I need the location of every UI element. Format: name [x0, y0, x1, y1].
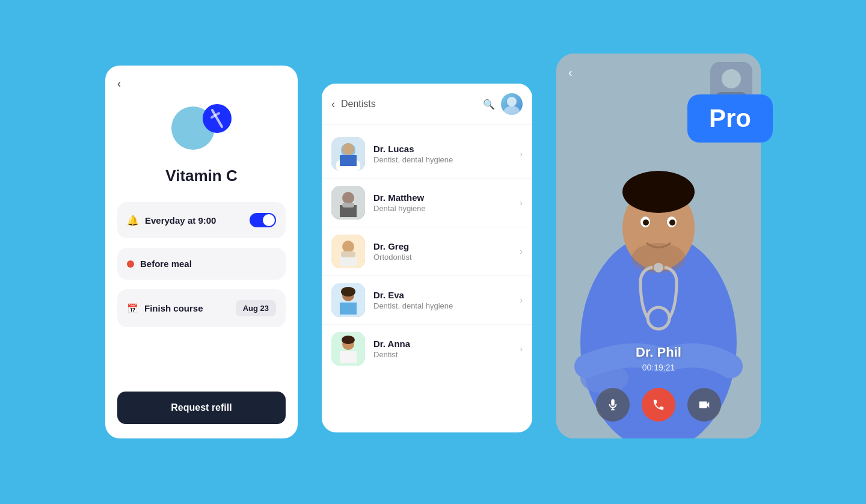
svg-point-18 — [341, 287, 355, 297]
toggle-knob — [263, 214, 275, 226]
list-item[interactable]: Dr. Anna Dentist › — [322, 325, 532, 373]
vitamin-icon — [171, 104, 232, 152]
svg-rect-10 — [342, 203, 354, 207]
doctor-specialty: Dental hygiene — [373, 204, 511, 213]
chevron-right-icon: › — [520, 295, 523, 305]
meal-row: Before meal — [117, 250, 286, 277]
doctor-specialty: Dentist, dental hygiene — [373, 155, 511, 164]
list-item[interactable]: Dr. Greg Ortodontist › — [322, 227, 532, 276]
list-item[interactable]: Dr. Matthew Dental hygiene › — [322, 179, 532, 227]
meal-label: Before meal — [140, 259, 192, 269]
svg-point-22 — [342, 336, 355, 344]
svg-point-1 — [504, 106, 520, 115]
reminder-row-left: 🔔 Everyday at 9:00 — [127, 215, 216, 226]
course-date-badge: Aug 23 — [236, 300, 276, 316]
eva-avatar-svg — [331, 283, 365, 317]
pill-capsule — [203, 104, 232, 133]
svg-point-27 — [622, 171, 695, 213]
doctor-avatar — [331, 186, 365, 220]
mute-button[interactable] — [596, 388, 630, 422]
course-label: Finish course — [144, 303, 203, 313]
reminder-label: Everyday at 9:00 — [145, 215, 216, 226]
svg-rect-14 — [341, 251, 355, 257]
vitamin-back-button[interactable]: ‹ — [117, 78, 121, 90]
reminder-section: 🔔 Everyday at 9:00 — [117, 202, 286, 238]
matthew-avatar-svg — [331, 186, 365, 220]
reminder-toggle[interactable] — [250, 213, 276, 227]
svg-point-5 — [342, 143, 354, 155]
svg-point-8 — [342, 192, 354, 204]
doctor-name: Dr. Anna — [373, 339, 511, 349]
video-button[interactable] — [687, 388, 721, 422]
course-row: 📅 Finish course Aug 23 — [117, 292, 286, 325]
svg-point-0 — [507, 97, 517, 106]
dentist-list: Dr. Lucas Dentist, dental hygiene › Dr. … — [322, 125, 532, 432]
call-card-wrapper: ‹ Dr. Phil 00:19:21 — [556, 66, 761, 438]
svg-point-12 — [342, 241, 354, 253]
svg-point-31 — [643, 220, 649, 226]
svg-point-32 — [669, 220, 675, 226]
svg-rect-21 — [340, 351, 357, 363]
microphone-icon — [606, 398, 619, 411]
call-controls — [556, 388, 761, 422]
call-timer: 00:19:21 — [556, 363, 761, 372]
call-doctor-name: Dr. Phil — [556, 345, 761, 360]
doctor-name: Dr. Eva — [373, 290, 511, 300]
chevron-right-icon: › — [520, 149, 523, 159]
dentists-back-button[interactable]: ‹ — [331, 98, 335, 111]
avatar-svg — [501, 93, 523, 115]
doctor-info: Dr. Eva Dentist, dental hygiene — [373, 290, 511, 310]
doctor-name: Dr. Greg — [373, 241, 511, 251]
svg-point-34 — [654, 263, 663, 272]
svg-rect-17 — [340, 303, 357, 315]
chevron-right-icon: › — [520, 344, 523, 354]
call-back-button[interactable]: ‹ — [568, 66, 573, 79]
doctor-info: Dr. Anna Dentist — [373, 339, 511, 359]
doctor-avatar — [331, 332, 365, 366]
dentists-header: ‹ Dentists 🔍 — [322, 84, 532, 125]
refill-button[interactable]: Request refill — [117, 392, 286, 424]
red-dot-icon — [127, 260, 134, 268]
doctor-specialty: Dentist, dental hygiene — [373, 301, 511, 310]
meal-row-left: Before meal — [127, 259, 192, 269]
doctor-name: Dr. Lucas — [373, 144, 511, 154]
doctor-info: Dr. Greg Ortodontist — [373, 241, 511, 262]
anna-avatar-svg — [331, 332, 365, 366]
list-item[interactable]: Dr. Eva Dentist, dental hygiene › — [322, 276, 532, 325]
end-call-button[interactable] — [642, 388, 675, 422]
bell-icon: 🔔 — [127, 215, 139, 226]
greg-avatar-svg — [331, 235, 365, 268]
lucas-avatar-svg — [331, 137, 365, 171]
vitamin-card: ‹ Vitamin C 🔔 Everyday at 9:00 Before me… — [105, 66, 298, 438]
dentists-card: ‹ Dentists 🔍 Dr. Lucas Den — [322, 84, 532, 432]
phone-icon — [652, 398, 665, 411]
doctor-info: Dr. Matthew Dental hygiene — [373, 192, 511, 213]
list-item[interactable]: Dr. Lucas Dentist, dental hygiene › — [322, 130, 532, 179]
vitamin-title: Vitamin C — [165, 167, 237, 185]
course-section: 📅 Finish course Aug 23 — [117, 289, 286, 327]
reminder-row[interactable]: 🔔 Everyday at 9:00 — [117, 204, 286, 236]
video-camera-icon — [698, 398, 711, 411]
calendar-icon: 📅 — [127, 303, 138, 314]
chevron-right-icon: › — [520, 198, 523, 207]
doctor-name: Dr. Matthew — [373, 192, 511, 203]
doctor-avatar — [331, 283, 365, 317]
course-row-left: 📅 Finish course — [127, 303, 203, 314]
doctor-specialty: Dentist — [373, 350, 511, 359]
dentists-search-label: Dentists — [341, 99, 477, 109]
call-info: Dr. Phil 00:19:21 — [556, 345, 761, 372]
user-avatar — [501, 93, 523, 115]
search-icon[interactable]: 🔍 — [483, 99, 495, 110]
doctor-specialty: Ortodontist — [373, 253, 511, 262]
chevron-right-icon: › — [520, 247, 523, 256]
doctor-info: Dr. Lucas Dentist, dental hygiene — [373, 144, 511, 164]
pro-badge: Pro — [687, 94, 773, 143]
svg-rect-6 — [340, 155, 357, 166]
svg-point-37 — [722, 69, 741, 88]
doctor-avatar — [331, 235, 365, 268]
meal-section: Before meal — [117, 248, 286, 280]
doctor-avatar — [331, 137, 365, 171]
